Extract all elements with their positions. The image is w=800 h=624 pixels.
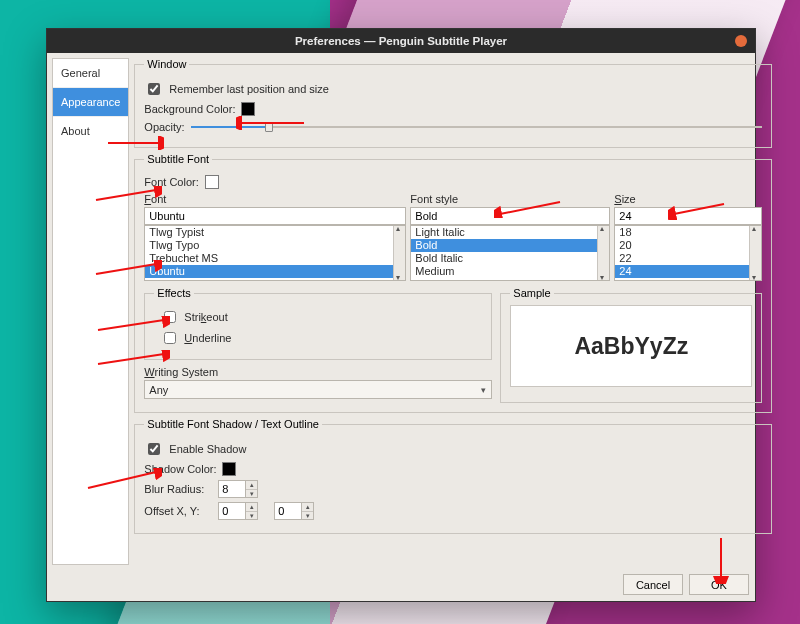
font-header: Font	[144, 193, 406, 205]
window-legend: Window	[144, 58, 189, 70]
sample-text: AaBbYyZz	[510, 305, 752, 387]
list-item[interactable]: Trebuchet MS	[145, 252, 405, 265]
list-item[interactable]: Tlwg Typo	[145, 239, 405, 252]
shadow-color-swatch[interactable]	[222, 462, 236, 476]
underline-label: Underline	[184, 332, 231, 344]
cancel-button[interactable]: Cancel	[623, 574, 683, 595]
dialog-footer: Cancel OK	[47, 570, 755, 601]
opacity-slider[interactable]	[191, 120, 763, 134]
shadow-legend: Subtitle Font Shadow / Text Outline	[144, 418, 322, 430]
ok-button[interactable]: OK	[689, 574, 749, 595]
bg-color-swatch[interactable]	[241, 102, 255, 116]
enable-shadow-label: Enable Shadow	[169, 443, 246, 455]
bg-color-label: Background Color:	[144, 103, 235, 115]
offset-label: Offset X, Y:	[144, 505, 212, 517]
window-group: Window Remember last position and size B…	[134, 58, 772, 148]
strikeout-label: Strikeout	[184, 311, 227, 323]
titlebar: Preferences — Penguin Subtitle Player	[47, 29, 755, 53]
list-item[interactable]: Tlwg Typist	[145, 226, 405, 239]
size-input[interactable]	[614, 207, 762, 225]
opacity-label: Opacity:	[144, 121, 184, 133]
tab-general[interactable]: General	[53, 59, 128, 87]
offset-x-spin[interactable]: ▴▾	[218, 502, 258, 520]
effects-legend: Effects	[154, 287, 193, 299]
sample-group: Sample AaBbYyZz	[500, 287, 762, 403]
offset-y-spin[interactable]: ▴▾	[274, 502, 314, 520]
font-list[interactable]: Tlwg Typist Tlwg Typo Trebuchet MS Ubunt…	[144, 225, 406, 281]
subtitle-font-legend: Subtitle Font	[144, 153, 212, 165]
size-header: Size	[614, 193, 762, 205]
tab-about[interactable]: About	[53, 116, 128, 145]
list-item[interactable]: Ubuntu	[145, 265, 405, 278]
enable-shadow-checkbox[interactable]	[148, 443, 160, 455]
scrollbar[interactable]	[597, 226, 609, 280]
list-item[interactable]: 22	[615, 252, 761, 265]
offset-x-input[interactable]	[218, 502, 246, 520]
font-color-label: Font Color:	[144, 176, 198, 188]
list-item[interactable]: 18	[615, 226, 761, 239]
tab-appearance[interactable]: Appearance	[53, 87, 128, 116]
scrollbar[interactable]	[749, 226, 761, 280]
spinner-arrows-icon[interactable]: ▴▾	[246, 480, 258, 498]
list-item[interactable]: Bold Italic	[411, 252, 609, 265]
font-style-header: Font style	[410, 193, 610, 205]
offset-y-input[interactable]	[274, 502, 302, 520]
underline-checkbox[interactable]	[164, 332, 176, 344]
remember-label: Remember last position and size	[169, 83, 329, 95]
list-item[interactable]: 20	[615, 239, 761, 252]
font-style-list[interactable]: Light Italic Bold Bold Italic Medium	[410, 225, 610, 281]
writing-system-label: Writing System	[144, 366, 492, 378]
spinner-arrows-icon[interactable]: ▴▾	[246, 502, 258, 520]
strikeout-checkbox[interactable]	[164, 311, 176, 323]
window-title: Preferences — Penguin Subtitle Player	[295, 35, 507, 47]
list-item[interactable]: Light Italic	[411, 226, 609, 239]
blur-radius-spin[interactable]: ▴▾	[218, 480, 258, 498]
close-icon[interactable]	[735, 35, 747, 47]
size-list[interactable]: 18 20 22 24	[614, 225, 762, 281]
subtitle-font-group: Subtitle Font Font Color: Font Tlwg Typi…	[134, 153, 772, 413]
sample-legend: Sample	[510, 287, 553, 299]
scrollbar[interactable]	[393, 226, 405, 280]
font-style-input[interactable]	[410, 207, 610, 225]
preferences-window: Preferences — Penguin Subtitle Player Ge…	[46, 28, 756, 602]
list-item[interactable]: Medium	[411, 265, 609, 278]
blur-radius-label: Blur Radius:	[144, 483, 212, 495]
tabs-sidebar: General Appearance About	[52, 58, 129, 565]
blur-radius-input[interactable]	[218, 480, 246, 498]
shadow-color-label: Shadow Color:	[144, 463, 216, 475]
effects-group: Effects Strikeout Underline	[144, 287, 492, 360]
list-item[interactable]: 24	[615, 265, 761, 278]
writing-system-combo[interactable]: Any	[144, 380, 492, 399]
font-color-swatch[interactable]	[205, 175, 219, 189]
font-input[interactable]	[144, 207, 406, 225]
list-item[interactable]: Bold	[411, 239, 609, 252]
remember-checkbox[interactable]	[148, 83, 160, 95]
shadow-group: Subtitle Font Shadow / Text Outline Enab…	[134, 418, 772, 534]
spinner-arrows-icon[interactable]: ▴▾	[302, 502, 314, 520]
